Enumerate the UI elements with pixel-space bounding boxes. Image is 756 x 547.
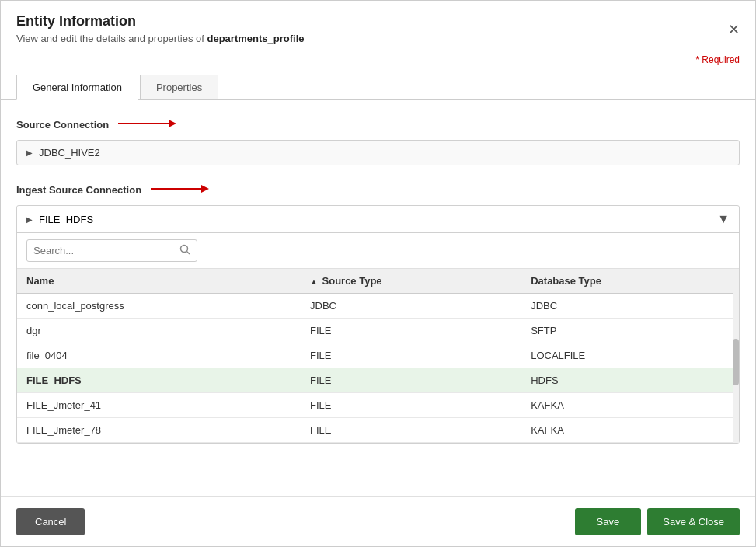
table-body: conn_local_postgress JDBC JDBC dgr FILE … [17, 294, 739, 443]
save-close-button[interactable]: Save & Close [647, 508, 740, 535]
cell-database-type: HDFS [521, 368, 739, 393]
source-connection-row: ▶ JDBC_HIVE2 [17, 141, 739, 165]
tab-bar: General Information Properties [1, 65, 755, 100]
cell-database-type: SFTP [521, 319, 739, 343]
connections-table: Name ▲ Source Type Database Type [17, 269, 739, 443]
ingest-expand-icon: ▶ [26, 215, 33, 224]
source-connection-section: Source Connection ▶ JDBC_HIVE2 [16, 116, 740, 165]
cell-source-type: FILE [301, 393, 521, 418]
svg-line-5 [187, 252, 190, 255]
sort-asc-icon: ▲ [310, 277, 318, 286]
table-row[interactable]: dgr FILE SFTP [17, 319, 739, 343]
svg-marker-3 [201, 185, 209, 193]
tab-content-general: Source Connection ▶ JDBC_HIVE2 Inge [1, 100, 755, 496]
table-row[interactable]: FILE_HDFS FILE HDFS [17, 368, 739, 393]
ingest-source-label: Ingest Source Connection [16, 181, 740, 199]
column-header-source-type[interactable]: ▲ Source Type [301, 269, 521, 294]
footer-right: Save Save & Close [575, 508, 740, 535]
dialog-title: Entity Information [16, 13, 740, 30]
tab-properties[interactable]: Properties [140, 75, 218, 99]
cell-source-type: FILE [301, 368, 521, 393]
cancel-button[interactable]: Cancel [16, 508, 85, 535]
cell-database-type: LOCALFILE [521, 343, 739, 368]
column-header-database-type: Database Type [521, 269, 739, 294]
ingest-source-arrow-annotation [151, 181, 213, 199]
ingest-source-section: Ingest Source Connection ▶ FILE_HDFS [16, 181, 740, 444]
column-header-name: Name [17, 269, 301, 294]
connection-table: Name ▲ Source Type Database Type [17, 269, 739, 443]
table-row[interactable]: FILE_Jmeter_78 FILE KAFKA [17, 418, 739, 443]
cell-source-type: JDBC [301, 294, 521, 319]
cell-name: conn_local_postgress [17, 294, 301, 319]
close-button[interactable]: ✕ [728, 23, 740, 37]
table-row[interactable]: file_0404 FILE LOCALFILE [17, 343, 739, 368]
required-notice: * Required [1, 51, 755, 65]
cell-database-type: KAFKA [521, 418, 739, 443]
subtitle-entity: departments_profile [207, 33, 305, 44]
tab-general-information[interactable]: General Information [16, 75, 138, 100]
search-input[interactable] [27, 241, 173, 260]
table-row[interactable]: FILE_Jmeter_41 FILE KAFKA [17, 393, 739, 418]
dialog-subtitle: View and edit the details and properties… [16, 33, 740, 44]
svg-marker-1 [169, 120, 176, 127]
cell-name: FILE_Jmeter_78 [17, 418, 301, 443]
cell-database-type: JDBC [521, 294, 739, 319]
scrollbar-track[interactable] [733, 269, 739, 443]
source-connection-value: JDBC_HIVE2 [39, 147, 100, 159]
entity-information-dialog: Entity Information View and edit the det… [0, 0, 756, 547]
source-connection-box: ▶ JDBC_HIVE2 [16, 140, 740, 165]
cell-database-type: KAFKA [521, 393, 739, 418]
cell-name: FILE_HDFS [17, 368, 301, 393]
search-icon [173, 240, 197, 261]
cell-name: FILE_Jmeter_41 [17, 393, 301, 418]
dialog-header: Entity Information View and edit the det… [1, 1, 755, 51]
source-connection-arrow-annotation [118, 116, 180, 134]
save-button[interactable]: Save [575, 508, 642, 535]
close-icon: ✕ [728, 22, 740, 37]
dropdown-left: ▶ FILE_HDFS [26, 214, 93, 225]
cell-name: dgr [17, 319, 301, 343]
search-row [17, 233, 739, 269]
cell-source-type: FILE [301, 418, 521, 443]
cell-source-type: FILE [301, 343, 521, 368]
scrollbar-thumb[interactable] [733, 339, 739, 385]
cell-source-type: FILE [301, 319, 521, 343]
subtitle-prefix: View and edit the details and properties… [16, 33, 204, 44]
dropdown-caret-icon: ▼ [717, 212, 730, 226]
ingest-source-value: FILE_HDFS [39, 214, 93, 225]
table-row[interactable]: conn_local_postgress JDBC JDBC [17, 294, 739, 319]
cell-name: file_0404 [17, 343, 301, 368]
svg-point-4 [181, 246, 188, 253]
search-box [26, 239, 197, 262]
table-header-row: Name ▲ Source Type Database Type [17, 269, 739, 294]
source-connection-label: Source Connection [16, 116, 740, 134]
ingest-source-box: ▶ FILE_HDFS ▼ [16, 205, 740, 444]
dialog-footer: Cancel Save Save & Close [1, 496, 755, 546]
ingest-source-dropdown[interactable]: ▶ FILE_HDFS ▼ [17, 206, 739, 233]
source-expand-icon[interactable]: ▶ [26, 148, 33, 157]
